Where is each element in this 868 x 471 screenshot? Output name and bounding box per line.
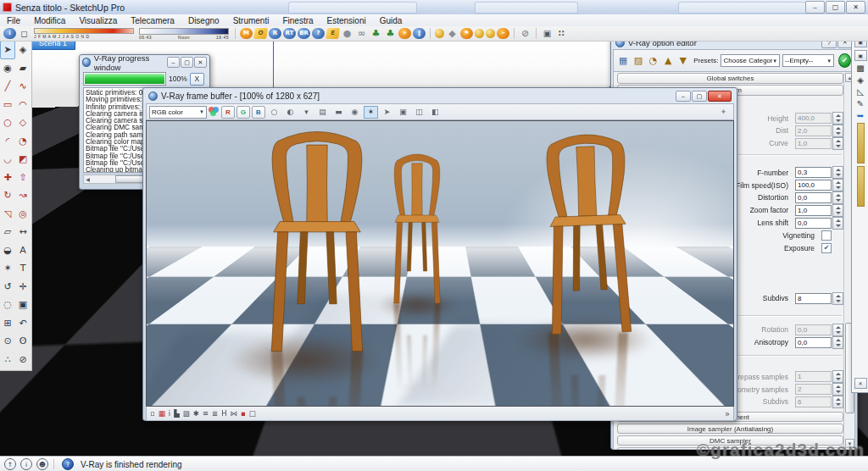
spinner[interactable] (832, 396, 843, 408)
tool-line-icon[interactable]: ╱ (0, 77, 15, 96)
close-button[interactable]: ✕ (194, 57, 207, 68)
spinner[interactable] (832, 125, 843, 137)
track-mouse-icon[interactable]: ➤ (380, 106, 394, 119)
vray-sphere-icon[interactable]: ● (341, 28, 353, 39)
magic-wand-icon[interactable]: ✦ (716, 106, 731, 119)
tool-text-icon[interactable]: A (15, 241, 31, 260)
tool-rectangle-icon[interactable]: ▭ (0, 96, 15, 114)
duplicate-buffer-icon[interactable]: ◉ (348, 106, 362, 119)
exposure-checkbox[interactable]: ✔ (821, 243, 832, 253)
tool-pie-icon[interactable]: ◔ (15, 132, 31, 151)
gradient-icon[interactable]: ▨ (183, 409, 190, 418)
menu-disegno[interactable]: Disegno (181, 16, 226, 25)
tool-push-pull-icon[interactable]: ⇧ (15, 169, 31, 187)
material-preview-icon[interactable]: ▩ (856, 64, 864, 73)
more-chevron-icon[interactable]: » (725, 409, 730, 418)
section-dmc-sampler[interactable]: DMC sampler (617, 435, 843, 446)
load-image-icon[interactable]: ▤ (315, 106, 330, 119)
maximize-button[interactable]: ▢ (826, 1, 845, 14)
spinner[interactable] (832, 370, 843, 383)
vray-proxy-icon[interactable]: ♣ (370, 28, 382, 39)
tool-arc2-icon[interactable]: ◜ (0, 132, 15, 151)
vray-help-icon[interactable]: ? (312, 28, 325, 39)
tool-shape-icon[interactable]: ◩ (15, 150, 31, 169)
tool-axes-icon[interactable]: ✶ (0, 259, 15, 278)
vray-sun-icon[interactable]: ☀ (398, 28, 411, 39)
tool-protractor-icon[interactable]: ◒ (0, 241, 15, 260)
tool-zoom-icon[interactable]: ◌ (0, 296, 15, 314)
spinner[interactable] (832, 191, 843, 204)
menu-file[interactable]: File (0, 16, 27, 25)
tool-follow-me-icon[interactable]: ↝ (15, 186, 31, 205)
tool-previous-icon[interactable]: ↶ (15, 314, 31, 333)
tool-paint-bucket-icon[interactable]: ◉ (0, 59, 15, 78)
monochrome-icon[interactable]: ◐ (283, 106, 298, 119)
vray-proxy-export-icon[interactable]: ♣ (384, 28, 397, 39)
close-button[interactable]: ✕ (846, 1, 865, 14)
param-input[interactable]: 1 (795, 371, 832, 382)
alpha-channel-icon[interactable]: ○ (267, 106, 281, 119)
shadow-date-slider[interactable]: J F M A M J J A S O N D (34, 28, 134, 39)
safe-frame-icon[interactable]: ▣ (541, 28, 554, 39)
menu-visualizza[interactable]: Visualizza (72, 16, 124, 25)
param-input[interactable]: 1,0 (795, 205, 832, 216)
spinner[interactable] (832, 137, 843, 150)
vray-rectangle-light-icon[interactable]: ◆ (446, 28, 459, 39)
vray-options-icon[interactable]: O (253, 28, 268, 39)
tool-orbit-icon[interactable]: ↺ (0, 278, 15, 296)
preset-value-select[interactable]: --Empty-- ▼ (782, 54, 834, 67)
arrow-icon[interactable]: ➥ (857, 111, 864, 120)
pen-icon[interactable]: ✎ (857, 99, 864, 108)
preset-category-select[interactable]: Choose Category ▼ (721, 54, 780, 67)
credits-icon[interactable]: i (20, 458, 32, 470)
vray-dome-light-icon[interactable]: ● (475, 29, 484, 38)
close-box-icon[interactable]: ✕ (854, 378, 867, 389)
vray-ies-light-icon[interactable]: ➣ (497, 28, 509, 39)
save-settings-icon[interactable]: ▦ (617, 54, 630, 68)
spinner[interactable] (832, 336, 843, 349)
account-icon[interactable]: ☻ (36, 458, 48, 470)
tool-polygon-icon[interactable]: ◇ (15, 114, 31, 132)
tool-dimension-icon[interactable]: ↔ (15, 223, 31, 241)
history-icon[interactable]: H (221, 409, 226, 418)
cancel-render-button[interactable]: X (190, 73, 204, 86)
scroll-down-icon[interactable]: ▼ (845, 439, 854, 448)
help-status-icon[interactable]: ? (62, 458, 74, 470)
spinner[interactable] (832, 292, 843, 305)
scroll-left-icon[interactable]: ◀ (84, 176, 92, 182)
vray-material-editor-icon[interactable]: M (240, 28, 253, 39)
spinner[interactable] (832, 179, 843, 191)
param-input[interactable]: 2,0 (795, 125, 832, 136)
vray-omni-light-icon[interactable]: ● (435, 29, 444, 38)
color-chip-icon[interactable]: ▪ (241, 409, 246, 418)
tool-eraser-icon[interactable]: ▰ (15, 59, 31, 78)
style-icon[interactable]: ◻ (18, 28, 31, 39)
spinner[interactable] (832, 204, 843, 217)
rgb-channels-icon[interactable] (209, 107, 220, 117)
tool-walk-icon[interactable]: ∴ (0, 351, 15, 369)
spinner[interactable] (832, 383, 843, 396)
tool-zoom-extents-icon[interactable]: ⊞ (0, 314, 15, 333)
param-input[interactable]: 1,0 (795, 138, 832, 149)
spinner[interactable] (832, 166, 843, 179)
tool-tape-measure-icon[interactable]: ▱ (0, 223, 15, 241)
compare-b-icon[interactable]: ≣ (212, 409, 218, 418)
tool-select-icon[interactable]: ➤ (0, 41, 15, 59)
maximize-button[interactable]: ▢ (181, 57, 193, 68)
tool-3d-text-icon[interactable]: T (15, 259, 31, 278)
channel-select[interactable]: RGB color ▼ (149, 106, 207, 119)
tool-scale-icon[interactable]: ◹ (0, 205, 15, 224)
histogram-icon[interactable]: ▙ (174, 409, 180, 418)
param-input[interactable]: 400,0 (795, 113, 832, 124)
restore-box-icon[interactable]: ▣ (854, 50, 867, 61)
vray-render-icon[interactable]: R (269, 28, 281, 39)
load-settings-icon[interactable]: ▨ (632, 54, 645, 68)
param-input[interactable]: 8 (795, 293, 832, 304)
tool-move-icon[interactable]: ✚ (0, 169, 15, 187)
param-input[interactable]: 6 (795, 396, 832, 407)
minimize-button[interactable]: – (676, 91, 691, 102)
time-slider-track[interactable] (139, 28, 229, 35)
region-render-icon[interactable]: ▣ (396, 106, 410, 119)
tool-zoom-window-icon[interactable]: ▣ (15, 296, 31, 314)
settings-icon[interactable]: ✱ (193, 409, 199, 418)
